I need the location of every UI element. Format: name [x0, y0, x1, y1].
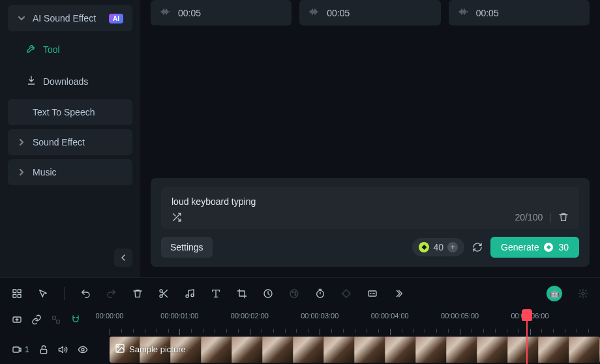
sidebar-item-label: AI Sound Effect — [33, 13, 96, 23]
svg-point-12 — [295, 294, 296, 296]
timer-icon[interactable] — [315, 288, 325, 299]
divider: | — [549, 212, 552, 222]
tool-icon — [26, 43, 37, 55]
sidebar-item-tool[interactable]: Tool — [8, 35, 132, 63]
waveform-icon — [308, 7, 319, 19]
sidebar-item-label: Tool — [43, 44, 60, 55]
grid-icon[interactable] — [12, 288, 22, 299]
link-icon[interactable] — [31, 314, 42, 325]
delete-icon[interactable] — [132, 288, 143, 299]
lock-icon[interactable] — [38, 344, 49, 355]
prompt-panel: 20/100 | Settings 40 + — [151, 178, 590, 267]
credits-pill[interactable]: 40 + — [412, 238, 464, 256]
time-mark: 00:00:05:00 — [441, 312, 479, 320]
ai-assistant-icon[interactable]: 🤖 — [547, 286, 562, 301]
time-mark: 00:00:03:00 — [301, 312, 338, 320]
clip-duration: 00:05 — [178, 8, 201, 18]
waveform-icon — [458, 7, 468, 19]
audio-clip-card[interactable]: 00:05 — [449, 0, 590, 25]
trash-icon[interactable] — [558, 212, 569, 222]
credits-count: 40 — [433, 242, 443, 252]
timeline-toolbar: 🤖 — [0, 278, 600, 309]
time-mark: 00:00:04:00 — [371, 312, 409, 320]
shuffle-icon[interactable] — [172, 212, 182, 222]
clip-duration: 00:05 — [327, 8, 350, 18]
undo-icon[interactable] — [80, 288, 91, 299]
playhead[interactable] — [526, 309, 528, 364]
cursor-icon[interactable] — [38, 288, 48, 299]
waveform-icon — [160, 7, 170, 19]
timeline: 00:00:0000:00:01:0000:00:02:0000:00:03:0… — [0, 309, 600, 364]
svg-point-23 — [82, 348, 84, 351]
group-icon[interactable] — [51, 314, 61, 325]
sidebar-item-ai-sound-effect[interactable]: AI Sound Effect AI — [8, 5, 132, 31]
mute-icon[interactable] — [58, 344, 68, 355]
sidebar-item-sound-effect[interactable]: Sound Effect — [8, 129, 132, 155]
svg-rect-22 — [40, 349, 46, 354]
svg-point-25 — [117, 346, 119, 348]
time-mark: 00:00:01:00 — [160, 312, 198, 320]
sidebar-item-label: Sound Effect — [33, 137, 85, 147]
coin-icon — [419, 242, 429, 252]
sidebar-item-label: Downloads — [43, 76, 88, 87]
image-icon — [115, 343, 125, 356]
settings-button[interactable]: Settings — [161, 237, 213, 258]
svg-rect-18 — [57, 320, 60, 324]
char-count: 20/100 — [515, 212, 543, 222]
svg-point-6 — [186, 295, 188, 297]
refresh-icon[interactable] — [472, 242, 483, 252]
chevron-right-icon — [17, 169, 26, 175]
color-icon[interactable] — [289, 288, 299, 299]
clip-duration: 00:05 — [476, 8, 499, 18]
svg-rect-0 — [13, 290, 16, 293]
collapse-sidebar-button[interactable] — [114, 249, 132, 267]
sidebar-item-label: Music — [33, 167, 57, 177]
clip-label: Sample picture — [129, 344, 186, 354]
redo-icon[interactable] — [106, 288, 117, 299]
svg-rect-2 — [13, 294, 16, 297]
audio-clip-card[interactable]: 00:05 — [299, 0, 440, 25]
track-number: 1 — [25, 345, 29, 354]
video-track: 1 Sample picture — [0, 335, 600, 364]
visibility-icon[interactable] — [78, 344, 88, 355]
video-track-icon[interactable] — [12, 344, 22, 355]
settings-gear-icon[interactable] — [578, 288, 588, 299]
svg-point-10 — [292, 292, 293, 293]
chevron-right-icon — [17, 139, 26, 145]
speed-icon[interactable] — [263, 288, 273, 299]
ai-badge: AI — [109, 14, 123, 23]
add-credits-icon[interactable]: + — [447, 242, 458, 252]
svg-rect-3 — [18, 294, 21, 297]
svg-rect-17 — [53, 316, 56, 320]
generate-button[interactable]: Generate 30 — [490, 237, 579, 258]
cut-icon[interactable] — [158, 288, 169, 299]
sidebar-item-text-to-speech[interactable]: Text To Speech — [8, 99, 132, 125]
more-icon[interactable] — [393, 288, 404, 299]
crop-icon[interactable] — [237, 288, 247, 299]
main-panel: 00:05 00:05 00:05 — [140, 0, 600, 277]
chevron-down-icon — [17, 15, 26, 22]
prompt-textarea-wrap: 20/100 | — [161, 187, 579, 229]
separator — [64, 287, 65, 300]
sidebar-item-music[interactable]: Music — [8, 159, 132, 185]
generate-label: Generate — [501, 242, 539, 252]
time-mark: 00:00:02:00 — [231, 312, 269, 320]
svg-point-11 — [295, 292, 296, 293]
svg-rect-1 — [18, 290, 21, 293]
magnet-icon[interactable] — [70, 314, 81, 325]
time-mark: 00:00:00 — [96, 312, 124, 320]
track-controls: 1 — [0, 344, 110, 355]
sidebar: AI Sound Effect AI Tool Downloads Text T… — [0, 0, 140, 277]
caption-icon[interactable] — [367, 288, 378, 299]
audio-clip-card[interactable]: 00:05 — [151, 0, 292, 25]
svg-rect-21 — [13, 347, 19, 352]
coin-icon — [544, 243, 553, 252]
download-icon — [26, 75, 37, 87]
sidebar-item-downloads[interactable]: Downloads — [8, 67, 132, 95]
timeline-panel: 🤖 00:00:0000:00:01:0000:00:02:0000:00:03… — [0, 277, 600, 364]
audio-icon[interactable] — [185, 288, 195, 299]
keyframe-icon[interactable] — [341, 288, 352, 299]
text-icon[interactable] — [211, 288, 221, 299]
prompt-input[interactable] — [172, 196, 569, 207]
add-track-icon[interactable] — [12, 314, 22, 325]
